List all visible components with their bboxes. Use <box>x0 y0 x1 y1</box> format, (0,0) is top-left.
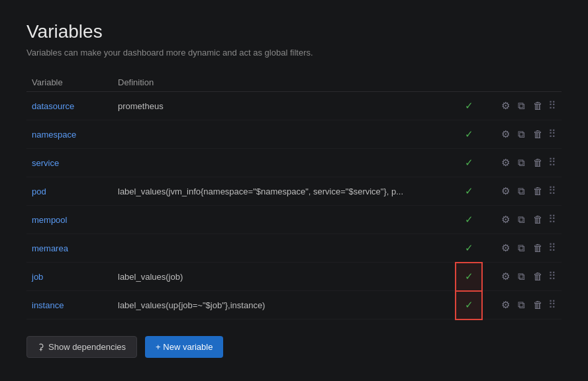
delete-variable-button[interactable]: 🗑 <box>530 212 546 226</box>
drag-handle[interactable]: ⠿ <box>548 185 556 196</box>
delete-variable-button[interactable]: 🗑 <box>530 184 546 198</box>
row-actions: ⚙ ⧉ 🗑 ⠿ <box>482 206 562 234</box>
row-actions: ⚙ ⧉ 🗑 ⠿ <box>482 234 562 263</box>
show-dependencies-button[interactable]: ⚳ Show dependencies <box>26 336 137 358</box>
footer-buttons: ⚳ Show dependencies + New variable <box>26 336 562 358</box>
edit-variable-button[interactable]: ⚙ <box>499 184 513 198</box>
show-dependencies-label: Show dependencies <box>48 342 126 352</box>
copy-variable-button[interactable]: ⧉ <box>515 212 528 227</box>
drag-handle[interactable]: ⠿ <box>548 157 556 168</box>
delete-variable-button[interactable]: 🗑 <box>530 241 546 255</box>
variable-definition: label_values(job) <box>118 272 183 282</box>
row-actions: ⚙ ⧉ 🗑 ⠿ <box>482 263 562 291</box>
new-variable-label: + New variable <box>156 342 213 352</box>
table-row: datasourceprometheus✓ ⚙ ⧉ 🗑 ⠿ <box>26 92 562 120</box>
variable-name[interactable]: namespace <box>32 130 76 140</box>
variable-definition: label_values(jvm_info{namespace="$namesp… <box>118 187 403 196</box>
table-row: namespace✓ ⚙ ⧉ 🗑 ⠿ <box>26 120 562 149</box>
table-row: memarea✓ ⚙ ⧉ 🗑 ⠿ <box>26 234 562 263</box>
check-icon: ✓ <box>465 299 473 310</box>
copy-variable-button[interactable]: ⧉ <box>515 99 528 113</box>
check-icon: ✓ <box>465 214 473 225</box>
variable-name[interactable]: memarea <box>32 243 68 253</box>
variables-table: Variable Definition datasourceprometheus… <box>26 73 562 320</box>
variable-name[interactable]: datasource <box>32 101 74 111</box>
row-actions: ⚙ ⧉ 🗑 ⠿ <box>482 120 562 149</box>
table-row: mempool✓ ⚙ ⧉ 🗑 ⠿ <box>26 206 562 234</box>
variable-name[interactable]: instance <box>32 300 64 310</box>
table-row: instancelabel_values(up{job=~"$job"},ins… <box>26 291 562 319</box>
check-icon: ✓ <box>465 157 473 168</box>
copy-variable-button[interactable]: ⧉ <box>515 155 528 170</box>
page-title: Variables <box>26 21 562 42</box>
table-row: joblabel_values(job)✓ ⚙ ⧉ 🗑 ⠿ <box>26 263 562 291</box>
new-variable-button[interactable]: + New variable <box>145 336 223 358</box>
drag-handle[interactable]: ⠿ <box>548 128 556 140</box>
variable-name[interactable]: job <box>32 272 43 282</box>
copy-variable-button[interactable]: ⧉ <box>515 184 528 198</box>
table-header-row: Variable Definition <box>26 73 562 92</box>
variable-definition: label_values(up{job=~"$job"},instance) <box>118 300 265 310</box>
check-icon: ✓ <box>465 185 473 196</box>
delete-variable-button[interactable]: 🗑 <box>530 269 546 283</box>
check-icon: ✓ <box>465 128 473 140</box>
col-header-variable: Variable <box>26 73 113 92</box>
copy-variable-button[interactable]: ⧉ <box>515 298 528 312</box>
edit-variable-button[interactable]: ⚙ <box>499 99 513 113</box>
drag-handle[interactable]: ⠿ <box>548 271 556 282</box>
drag-handle[interactable]: ⠿ <box>548 242 556 253</box>
row-actions: ⚙ ⧉ 🗑 ⠿ <box>482 291 562 319</box>
table-row: service✓ ⚙ ⧉ 🗑 ⠿ <box>26 149 562 177</box>
check-icon: ✓ <box>465 100 473 111</box>
edit-variable-button[interactable]: ⚙ <box>499 155 513 170</box>
drag-handle[interactable]: ⠿ <box>548 100 556 111</box>
edit-variable-button[interactable]: ⚙ <box>499 212 513 227</box>
drag-handle[interactable]: ⠿ <box>548 214 556 225</box>
edit-variable-button[interactable]: ⚙ <box>499 269 513 284</box>
delete-variable-button[interactable]: 🗑 <box>530 298 546 312</box>
check-icon: ✓ <box>465 271 473 282</box>
check-icon: ✓ <box>465 242 473 253</box>
row-actions: ⚙ ⧉ 🗑 ⠿ <box>482 92 562 120</box>
drag-handle[interactable]: ⠿ <box>548 299 556 310</box>
delete-variable-button[interactable]: 🗑 <box>530 155 546 169</box>
copy-variable-button[interactable]: ⧉ <box>515 127 528 142</box>
variable-name[interactable]: pod <box>32 187 46 196</box>
delete-variable-button[interactable]: 🗑 <box>530 99 546 112</box>
dependencies-icon: ⚳ <box>38 342 44 352</box>
edit-variable-button[interactable]: ⚙ <box>499 127 513 142</box>
row-actions: ⚙ ⧉ 🗑 ⠿ <box>482 149 562 177</box>
edit-variable-button[interactable]: ⚙ <box>499 298 513 312</box>
edit-variable-button[interactable]: ⚙ <box>499 241 513 255</box>
page-subtitle: Variables can make your dashboard more d… <box>26 48 562 58</box>
variable-definition: prometheus <box>118 101 164 111</box>
variable-name[interactable]: service <box>32 158 59 168</box>
col-header-definition: Definition <box>113 73 456 92</box>
variable-name[interactable]: mempool <box>32 215 67 225</box>
delete-variable-button[interactable]: 🗑 <box>530 127 546 141</box>
row-actions: ⚙ ⧉ 🗑 ⠿ <box>482 177 562 206</box>
table-row: podlabel_values(jvm_info{namespace="$nam… <box>26 177 562 206</box>
copy-variable-button[interactable]: ⧉ <box>515 269 528 284</box>
copy-variable-button[interactable]: ⧉ <box>515 241 528 255</box>
